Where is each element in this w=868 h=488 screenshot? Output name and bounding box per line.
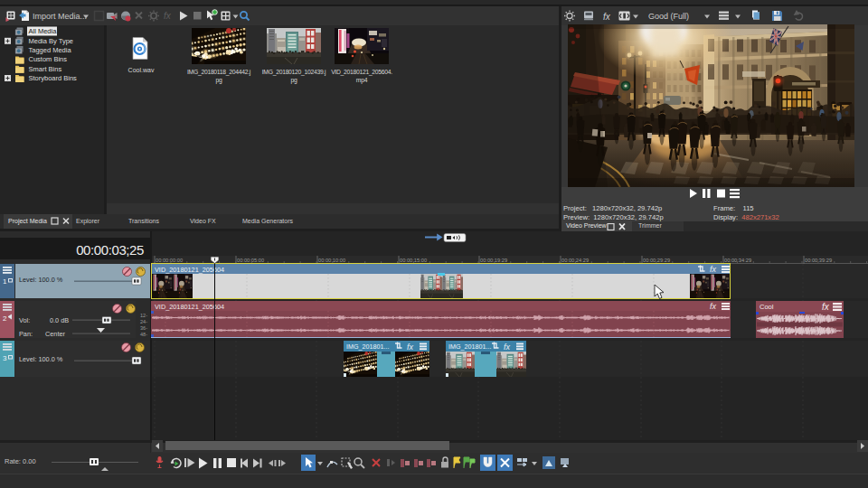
svg-text:Import Media...: Import Media... (33, 12, 87, 21)
svg-text:1: 1 (3, 277, 7, 286)
svg-text:2: 2 (3, 314, 7, 323)
svg-text:Center: Center (45, 330, 65, 338)
svg-text:Level: 100.0 %: Level: 100.0 % (19, 355, 63, 363)
svg-text:fx: fx (710, 265, 717, 274)
svg-text:fx: fx (822, 302, 830, 312)
svg-text:Smart Bins: Smart Bins (29, 65, 62, 73)
svg-text:24-: 24- (140, 319, 147, 324)
svg-text:Tagged Media: Tagged Media (29, 46, 72, 54)
svg-text:0.0 dB: 0.0 dB (50, 316, 69, 324)
svg-text:fx: fx (164, 11, 172, 21)
svg-text:Level: 100.0 %: Level: 100.0 % (19, 276, 63, 284)
svg-text:3: 3 (3, 354, 7, 362)
svg-text:Vol:: Vol: (19, 316, 30, 324)
svg-text:fx: fx (710, 302, 717, 311)
svg-text:Good (Full): Good (Full) (648, 12, 689, 21)
svg-text:Pan:: Pan: (19, 330, 33, 338)
svg-text:Storyboard Bins: Storyboard Bins (29, 74, 78, 82)
svg-text:fx: fx (407, 343, 414, 352)
svg-text:Media By Type: Media By Type (29, 37, 73, 45)
svg-text:All Media: All Media (29, 27, 58, 35)
svg-text:fx: fx (504, 343, 511, 352)
svg-text:48-: 48- (140, 332, 147, 337)
svg-text:12-: 12- (140, 313, 147, 318)
svg-text:Custom Bins: Custom Bins (29, 55, 68, 63)
svg-text:fx: fx (603, 12, 611, 22)
svg-text:36-: 36- (140, 325, 147, 331)
